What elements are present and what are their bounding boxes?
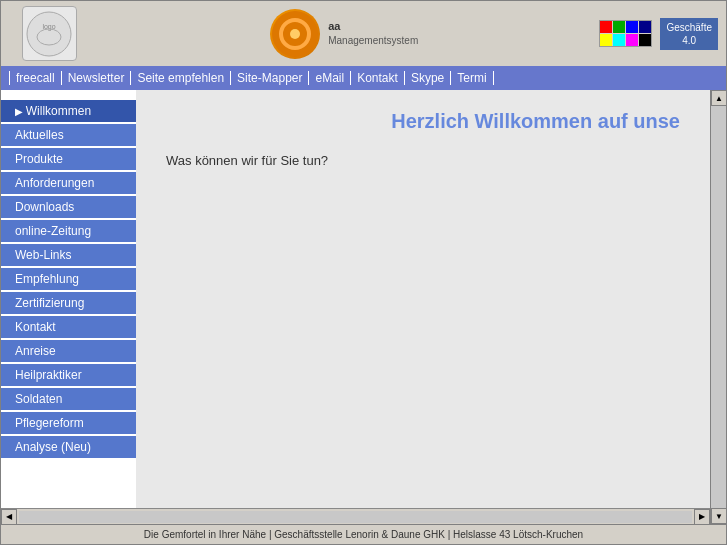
nav-kontakt[interactable]: Kontakt <box>351 71 405 85</box>
company-aa: aa <box>328 19 418 34</box>
scroll-left-button[interactable]: ◀ <box>1 509 17 525</box>
content-row: Willkommen Aktuelles Produkte Anforderun… <box>1 90 726 524</box>
scroll-down-button[interactable]: ▼ <box>711 508 726 524</box>
svg-point-0 <box>27 12 71 56</box>
sidebar-item-downloads[interactable]: Downloads <box>1 196 136 218</box>
color-black <box>639 34 651 46</box>
logo-left: logo <box>9 6 89 61</box>
sidebar-item-online-zeitung[interactable]: online-Zeitung <box>1 220 136 242</box>
company-text: aa Managementsystem <box>328 19 418 48</box>
sidebar-item-willkommen[interactable]: Willkommen <box>1 100 136 122</box>
sidebar-item-empfehlung[interactable]: Empfehlung <box>1 268 136 290</box>
vertical-scroll-track[interactable] <box>711 106 726 508</box>
nav-site-mapper[interactable]: Site-Mapper <box>231 71 309 85</box>
header-right: Geschäfte 4.0 <box>599 18 718 50</box>
horizontal-scroll-track[interactable] <box>19 511 692 523</box>
sidebar-item-aktuelles[interactable]: Aktuelles <box>1 124 136 146</box>
sidebar-item-heilpraktiker[interactable]: Heilpraktiker <box>1 364 136 386</box>
scroll-right-button[interactable]: ▶ <box>694 509 710 525</box>
orange-logo-icon <box>270 9 320 59</box>
geschafte-line2: 4.0 <box>666 34 712 47</box>
sidebar-item-pflegereform[interactable]: Pflegereform <box>1 412 136 434</box>
sidebar-item-anforderungen[interactable]: Anforderungen <box>1 172 136 194</box>
nav-skype[interactable]: Skype <box>405 71 451 85</box>
sidebar-item-analyse-neu[interactable]: Analyse (Neu) <box>1 436 136 458</box>
color-darkblue <box>639 21 651 33</box>
sidebar-item-kontakt[interactable]: Kontakt <box>1 316 136 338</box>
nav-termin[interactable]: Termi <box>451 71 493 85</box>
color-green <box>613 21 625 33</box>
nav-bar: freecall Newsletter Seite empfehlen Site… <box>1 66 726 90</box>
sidebar: Willkommen Aktuelles Produkte Anforderun… <box>1 90 136 508</box>
color-magenta <box>626 34 638 46</box>
sidebar-item-web-links[interactable]: Web-Links <box>1 244 136 266</box>
right-scrollbar: ▲ ▼ <box>710 90 726 524</box>
sidebar-item-produkte[interactable]: Produkte <box>1 148 136 170</box>
page-content: Herzlich Willkommen auf unse Was können … <box>136 90 710 508</box>
bottom-scrollbar: ◀ ▶ <box>1 508 710 524</box>
welcome-text: Was können wir für Sie tun? <box>156 153 690 168</box>
geschafte-line1: Geschäfte <box>666 21 712 34</box>
color-blue <box>626 21 638 33</box>
center-logo: aa Managementsystem <box>270 9 418 59</box>
sidebar-item-soldaten[interactable]: Soldaten <box>1 388 136 410</box>
nav-seite-empfehlen[interactable]: Seite empfehlen <box>131 71 231 85</box>
inner-content: Willkommen Aktuelles Produkte Anforderun… <box>1 90 710 524</box>
nav-email[interactable]: eMail <box>309 71 351 85</box>
geschafte-box: Geschäfte 4.0 <box>660 18 718 50</box>
color-yellow <box>600 34 612 46</box>
color-red <box>600 21 612 33</box>
scroll-up-button[interactable]: ▲ <box>711 90 726 106</box>
color-squares <box>599 20 652 47</box>
main-row: Willkommen Aktuelles Produkte Anforderun… <box>1 90 710 508</box>
company-name: Managementsystem <box>328 34 418 48</box>
status-bar: Die Gemfortel in Ihrer Nähe | Geschäftss… <box>1 524 726 544</box>
nav-freecall[interactable]: freecall <box>9 71 62 85</box>
color-cyan <box>613 34 625 46</box>
header: logo aa <box>1 1 726 90</box>
svg-point-5 <box>290 29 300 39</box>
logo-image: logo <box>22 6 77 61</box>
header-center: aa Managementsystem <box>89 9 599 59</box>
nav-newsletter[interactable]: Newsletter <box>62 71 132 85</box>
sidebar-item-anreise[interactable]: Anreise <box>1 340 136 362</box>
welcome-heading: Herzlich Willkommen auf unse <box>156 110 690 133</box>
header-bar: logo aa <box>1 1 726 66</box>
browser-window: logo aa <box>0 0 727 545</box>
status-text: Die Gemfortel in Ihrer Nähe | Geschäftss… <box>1 529 726 540</box>
sidebar-item-zertifizierung[interactable]: Zertifizierung <box>1 292 136 314</box>
